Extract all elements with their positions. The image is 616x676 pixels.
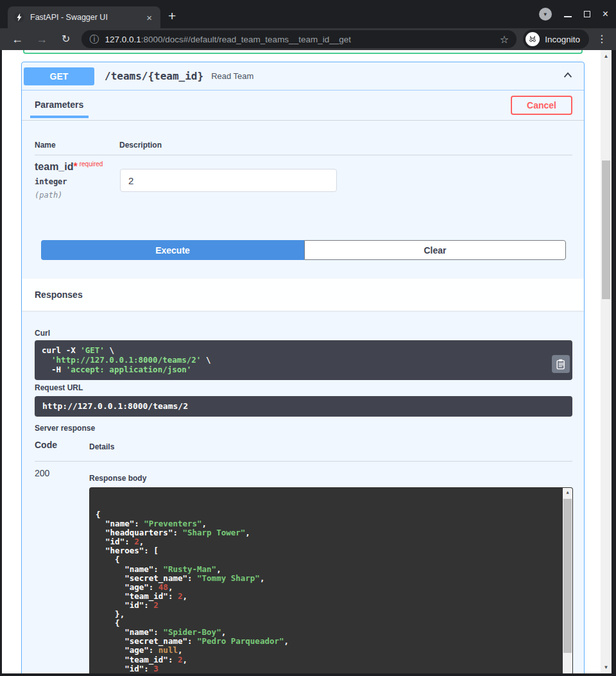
- get-endpoint-block: GET /teams/{team_id} Read Team Parameter…: [21, 62, 585, 673]
- site-info-icon[interactable]: ⓘ: [89, 33, 99, 46]
- required-asterisk: *: [73, 161, 77, 172]
- http-method-badge: GET: [24, 67, 94, 85]
- swagger-page: GET /teams/{team_id} Read Team Parameter…: [2, 50, 612, 673]
- request-url-value: http://127.0.0.1:8000/teams/2: [35, 396, 572, 417]
- cancel-button[interactable]: Cancel: [511, 96, 572, 115]
- browser-tab[interactable]: FastAPI - Swagger UI ×: [8, 6, 160, 28]
- reload-icon[interactable]: ↻: [62, 33, 70, 45]
- collapse-chevron-icon[interactable]: [562, 69, 574, 83]
- param-location: (path): [35, 191, 62, 200]
- previous-endpoint-block-edge: [23, 50, 583, 54]
- column-header-description: Description: [119, 141, 162, 150]
- code-column-header: Code: [35, 440, 57, 450]
- parameters-tab-underline: [30, 116, 89, 118]
- browser-titlebar: FastAPI - Swagger UI × + ▼ ×: [0, 0, 616, 28]
- incognito-label: Incognito: [545, 35, 580, 44]
- page-scrollbar-thumb[interactable]: [602, 160, 610, 299]
- fastapi-favicon-icon: [14, 12, 24, 22]
- tab-title: FastAPI - Swagger UI: [30, 13, 144, 22]
- request-url-label: Request URL: [35, 383, 83, 392]
- scrollbar-down-icon[interactable]: ▼: [601, 664, 612, 670]
- menu-kebab-icon[interactable]: ⋮: [597, 33, 607, 45]
- forward-icon[interactable]: →: [36, 33, 47, 45]
- tab-close-icon[interactable]: ×: [144, 12, 154, 23]
- response-body-code-block: { "name": "Preventers", "headquarters": …: [89, 487, 573, 673]
- endpoint-summary[interactable]: GET /teams/{team_id} Read Team: [22, 62, 584, 91]
- window-menu-icon[interactable]: ▼: [539, 8, 552, 21]
- bookmark-star-icon[interactable]: ☆: [500, 33, 509, 46]
- close-button[interactable]: ×: [603, 9, 608, 19]
- parameters-tab-row: Parameters Cancel: [22, 91, 584, 121]
- browser-toolbar: ← → ↻ ⓘ 127.0.0.1:8000/docs#/default/rea…: [0, 28, 616, 50]
- url-text: 127.0.0.1:8000/docs#/default/read_team_t…: [105, 35, 351, 44]
- incognito-icon: [526, 32, 540, 46]
- minimize-button[interactable]: [564, 16, 572, 17]
- table-divider: [35, 461, 572, 462]
- responses-title: Responses: [35, 290, 83, 300]
- browser-window: FastAPI - Swagger UI × + ▼ × ← → ↻ ⓘ 127…: [0, 0, 616, 676]
- address-bar[interactable]: ⓘ 127.0.0.1:8000/docs#/default/read_team…: [81, 30, 517, 48]
- response-body-scrollbar[interactable]: ▲: [563, 488, 572, 673]
- param-name: team_id*required: [35, 160, 103, 173]
- scrollbar-up-icon[interactable]: ▲: [563, 490, 572, 495]
- new-tab-button[interactable]: +: [168, 8, 176, 24]
- copy-to-clipboard-button[interactable]: [552, 355, 570, 373]
- endpoint-summary-text: Read Team: [211, 71, 253, 81]
- endpoint-path: /teams/{team_id}: [105, 70, 203, 82]
- incognito-badge: Incognito: [523, 30, 589, 49]
- status-code: 200: [35, 468, 49, 478]
- param-type: integer: [35, 177, 67, 186]
- scrollbar-up-icon[interactable]: ▲: [601, 53, 612, 59]
- back-icon[interactable]: ←: [12, 33, 23, 45]
- server-response-label: Server response: [35, 424, 95, 433]
- curl-label: Curl: [35, 329, 50, 338]
- clear-button[interactable]: Clear: [304, 240, 566, 260]
- required-label: required: [80, 160, 103, 168]
- responses-section-header: Responses: [22, 279, 584, 311]
- curl-code-block: curl -X 'GET' \ 'http://127.0.0.1:8000/t…: [35, 340, 572, 380]
- column-header-name: Name: [35, 141, 56, 150]
- scrollbar-thumb[interactable]: [563, 499, 572, 653]
- execute-button[interactable]: Execute: [41, 240, 304, 260]
- page-scrollbar[interactable]: ▲ ▼: [601, 50, 612, 673]
- table-divider: [35, 155, 572, 155]
- response-body-label: Response body: [89, 474, 146, 483]
- team-id-input[interactable]: [120, 169, 337, 192]
- details-column-header: Details: [89, 442, 114, 451]
- tab-parameters[interactable]: Parameters: [35, 100, 83, 110]
- maximize-button[interactable]: [584, 11, 590, 17]
